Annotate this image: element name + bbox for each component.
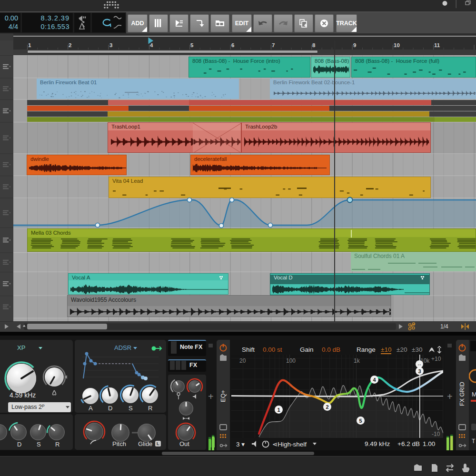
svg-text:M: M [472, 391, 476, 398]
